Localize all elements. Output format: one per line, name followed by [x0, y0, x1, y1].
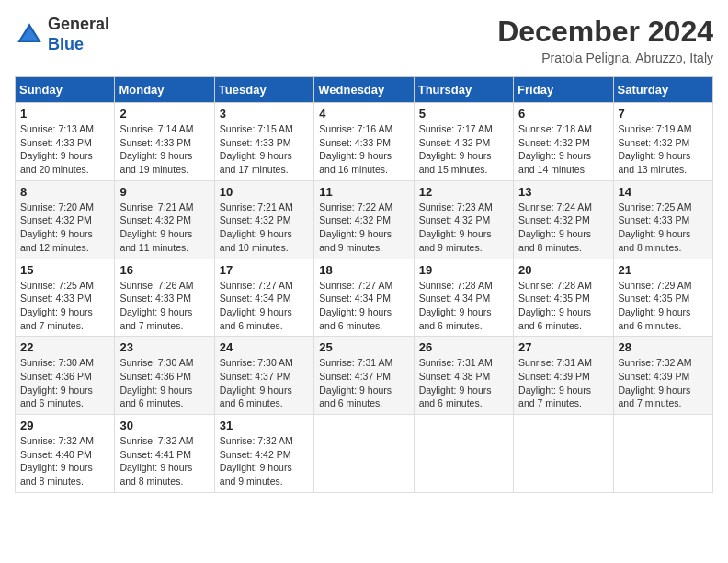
- calendar-body: 1 Sunrise: 7:13 AM Sunset: 4:33 PM Dayli…: [16, 103, 713, 493]
- day-number: 27: [518, 340, 608, 354]
- day-info: Sunrise: 7:22 AM Sunset: 4:32 PM Dayligh…: [319, 201, 408, 255]
- calendar-cell: 3 Sunrise: 7:15 AM Sunset: 4:33 PM Dayli…: [214, 103, 313, 181]
- calendar-cell: 13 Sunrise: 7:24 AM Sunset: 4:32 PM Dayl…: [514, 180, 613, 259]
- calendar-header-tuesday: Tuesday: [214, 77, 313, 103]
- calendar-cell: 23 Sunrise: 7:30 AM Sunset: 4:36 PM Dayl…: [115, 337, 214, 415]
- day-number: 3: [220, 107, 309, 121]
- day-info: Sunrise: 7:29 AM Sunset: 4:35 PM Dayligh…: [619, 279, 708, 333]
- calendar-week-3: 15 Sunrise: 7:25 AM Sunset: 4:33 PM Dayl…: [16, 259, 713, 337]
- day-info: Sunrise: 7:15 AM Sunset: 4:33 PM Dayligh…: [220, 122, 309, 177]
- day-number: 5: [419, 107, 508, 121]
- calendar-cell: 25 Sunrise: 7:31 AM Sunset: 4:37 PM Dayl…: [314, 337, 414, 415]
- calendar-header-thursday: Thursday: [414, 77, 513, 103]
- logo: General Blue: [15, 15, 109, 54]
- logo-text: General Blue: [48, 15, 109, 54]
- month-title: December 2024: [497, 15, 713, 49]
- calendar-cell: 8 Sunrise: 7:20 AM Sunset: 4:32 PM Dayli…: [16, 180, 115, 259]
- day-number: 7: [619, 107, 708, 121]
- day-info: Sunrise: 7:25 AM Sunset: 4:33 PM Dayligh…: [619, 201, 708, 255]
- day-info: Sunrise: 7:27 AM Sunset: 4:34 PM Dayligh…: [220, 279, 309, 333]
- day-info: Sunrise: 7:32 AM Sunset: 4:41 PM Dayligh…: [119, 434, 209, 488]
- day-info: Sunrise: 7:13 AM Sunset: 4:33 PM Dayligh…: [20, 122, 109, 177]
- calendar-cell: 22 Sunrise: 7:30 AM Sunset: 4:36 PM Dayl…: [16, 337, 115, 415]
- day-number: 6: [518, 107, 608, 121]
- day-info: Sunrise: 7:19 AM Sunset: 4:32 PM Dayligh…: [619, 122, 708, 177]
- calendar-cell: 29 Sunrise: 7:32 AM Sunset: 4:40 PM Dayl…: [16, 415, 115, 493]
- calendar-cell: 12 Sunrise: 7:23 AM Sunset: 4:32 PM Dayl…: [414, 180, 513, 259]
- day-info: Sunrise: 7:16 AM Sunset: 4:33 PM Dayligh…: [319, 122, 408, 177]
- calendar-cell: 10 Sunrise: 7:21 AM Sunset: 4:32 PM Dayl…: [214, 180, 313, 259]
- day-number: 23: [119, 340, 209, 354]
- calendar-cell: 31 Sunrise: 7:32 AM Sunset: 4:42 PM Dayl…: [214, 415, 313, 493]
- day-number: 22: [20, 340, 109, 354]
- page-header: General Blue December 2024 Pratola Pelig…: [15, 15, 713, 65]
- logo-icon: [15, 20, 44, 50]
- day-number: 15: [20, 263, 109, 277]
- calendar-cell: 6 Sunrise: 7:18 AM Sunset: 4:32 PM Dayli…: [514, 103, 613, 181]
- day-number: 29: [20, 419, 109, 432]
- calendar-cell: 18 Sunrise: 7:27 AM Sunset: 4:34 PM Dayl…: [314, 259, 414, 337]
- day-info: Sunrise: 7:21 AM Sunset: 4:32 PM Dayligh…: [119, 201, 209, 255]
- day-info: Sunrise: 7:14 AM Sunset: 4:33 PM Dayligh…: [119, 122, 209, 177]
- calendar-cell: 15 Sunrise: 7:25 AM Sunset: 4:33 PM Dayl…: [16, 259, 115, 337]
- day-info: Sunrise: 7:27 AM Sunset: 4:34 PM Dayligh…: [319, 279, 408, 333]
- day-info: Sunrise: 7:32 AM Sunset: 4:39 PM Dayligh…: [619, 356, 708, 410]
- calendar-cell: [613, 415, 712, 493]
- calendar-cell: 11 Sunrise: 7:22 AM Sunset: 4:32 PM Dayl…: [314, 180, 414, 259]
- day-number: 8: [20, 185, 109, 199]
- calendar-cell: 4 Sunrise: 7:16 AM Sunset: 4:33 PM Dayli…: [314, 103, 414, 181]
- calendar-cell: [414, 415, 513, 493]
- day-number: 12: [419, 185, 508, 199]
- calendar-cell: [314, 415, 414, 493]
- calendar-cell: [514, 415, 613, 493]
- calendar-header-friday: Friday: [514, 77, 613, 103]
- day-info: Sunrise: 7:25 AM Sunset: 4:33 PM Dayligh…: [20, 279, 109, 333]
- calendar-cell: 27 Sunrise: 7:31 AM Sunset: 4:39 PM Dayl…: [514, 337, 613, 415]
- calendar-cell: 1 Sunrise: 7:13 AM Sunset: 4:33 PM Dayli…: [16, 103, 115, 181]
- day-number: 1: [20, 107, 109, 121]
- day-number: 26: [419, 340, 508, 354]
- calendar-cell: 7 Sunrise: 7:19 AM Sunset: 4:32 PM Dayli…: [613, 103, 712, 181]
- day-info: Sunrise: 7:28 AM Sunset: 4:34 PM Dayligh…: [419, 279, 508, 333]
- calendar-week-2: 8 Sunrise: 7:20 AM Sunset: 4:32 PM Dayli…: [16, 180, 713, 259]
- day-info: Sunrise: 7:23 AM Sunset: 4:32 PM Dayligh…: [419, 201, 508, 255]
- calendar-cell: 30 Sunrise: 7:32 AM Sunset: 4:41 PM Dayl…: [115, 415, 214, 493]
- day-number: 19: [419, 263, 508, 277]
- calendar-cell: 17 Sunrise: 7:27 AM Sunset: 4:34 PM Dayl…: [214, 259, 313, 337]
- day-info: Sunrise: 7:24 AM Sunset: 4:32 PM Dayligh…: [518, 201, 608, 255]
- day-info: Sunrise: 7:17 AM Sunset: 4:32 PM Dayligh…: [419, 122, 508, 177]
- calendar-cell: 20 Sunrise: 7:28 AM Sunset: 4:35 PM Dayl…: [514, 259, 613, 337]
- day-info: Sunrise: 7:21 AM Sunset: 4:32 PM Dayligh…: [220, 201, 309, 255]
- day-info: Sunrise: 7:28 AM Sunset: 4:35 PM Dayligh…: [518, 279, 608, 333]
- calendar-table: SundayMondayTuesdayWednesdayThursdayFrid…: [15, 76, 713, 493]
- day-number: 24: [220, 340, 309, 354]
- calendar-week-4: 22 Sunrise: 7:30 AM Sunset: 4:36 PM Dayl…: [16, 337, 713, 415]
- calendar-header-monday: Monday: [115, 77, 214, 103]
- day-info: Sunrise: 7:30 AM Sunset: 4:36 PM Dayligh…: [20, 356, 109, 410]
- day-info: Sunrise: 7:31 AM Sunset: 4:39 PM Dayligh…: [518, 356, 608, 410]
- day-number: 21: [619, 263, 708, 277]
- calendar-cell: 14 Sunrise: 7:25 AM Sunset: 4:33 PM Dayl…: [613, 180, 712, 259]
- day-number: 4: [319, 107, 408, 121]
- day-info: Sunrise: 7:18 AM Sunset: 4:32 PM Dayligh…: [518, 122, 608, 177]
- calendar-header-row: SundayMondayTuesdayWednesdayThursdayFrid…: [16, 77, 713, 103]
- day-number: 9: [119, 185, 209, 199]
- day-info: Sunrise: 7:32 AM Sunset: 4:40 PM Dayligh…: [20, 434, 109, 488]
- calendar-header-wednesday: Wednesday: [314, 77, 414, 103]
- day-number: 18: [319, 263, 408, 277]
- calendar-header-saturday: Saturday: [613, 77, 712, 103]
- day-number: 17: [220, 263, 309, 277]
- day-info: Sunrise: 7:31 AM Sunset: 4:37 PM Dayligh…: [319, 356, 408, 410]
- calendar-cell: 26 Sunrise: 7:31 AM Sunset: 4:38 PM Dayl…: [414, 337, 513, 415]
- calendar-cell: 2 Sunrise: 7:14 AM Sunset: 4:33 PM Dayli…: [115, 103, 214, 181]
- day-info: Sunrise: 7:31 AM Sunset: 4:38 PM Dayligh…: [419, 356, 508, 410]
- calendar-header-sunday: Sunday: [16, 77, 115, 103]
- location: Pratola Peligna, Abruzzo, Italy: [497, 51, 713, 65]
- calendar-week-5: 29 Sunrise: 7:32 AM Sunset: 4:40 PM Dayl…: [16, 415, 713, 493]
- calendar-cell: 19 Sunrise: 7:28 AM Sunset: 4:34 PM Dayl…: [414, 259, 513, 337]
- day-number: 30: [119, 419, 209, 432]
- day-number: 20: [518, 263, 608, 277]
- day-info: Sunrise: 7:20 AM Sunset: 4:32 PM Dayligh…: [20, 201, 109, 255]
- day-number: 14: [619, 185, 708, 199]
- day-number: 13: [518, 185, 608, 199]
